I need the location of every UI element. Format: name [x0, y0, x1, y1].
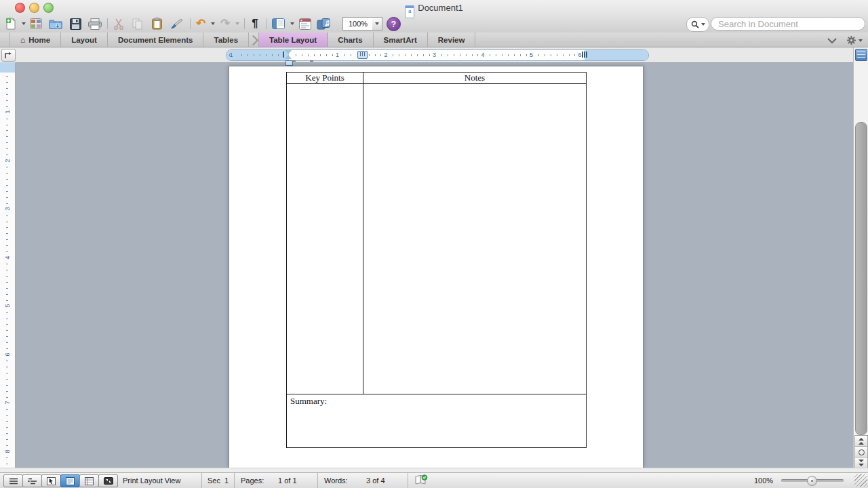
right-margin-marker[interactable] — [586, 52, 587, 58]
ruler-number: 4 — [479, 52, 487, 58]
status-separator — [408, 473, 408, 488]
ruler-toggle-button[interactable] — [855, 49, 867, 61]
first-line-indent-marker[interactable] — [285, 50, 292, 54]
draft-view-button[interactable] — [3, 474, 23, 487]
ruler-tick — [6, 119, 8, 119]
tab-label: Home — [28, 36, 50, 44]
ruler-tick — [6, 361, 8, 361]
ruler-tick — [6, 312, 8, 313]
toolbar-separator — [107, 18, 108, 29]
ruler-tick — [6, 433, 8, 434]
section-value[interactable]: 1 — [224, 476, 229, 485]
key-points-header-cell[interactable]: Key Points — [287, 73, 363, 83]
right-margin-marker[interactable] — [584, 52, 585, 58]
right-margin-marker[interactable] — [582, 52, 583, 58]
key-points-cell[interactable] — [287, 84, 363, 394]
new-document-dropdown[interactable] — [19, 16, 26, 31]
ruler-tick — [278, 54, 279, 56]
tab-stop-mark[interactable] — [310, 60, 313, 62]
zoom-slider-thumb[interactable] — [807, 476, 817, 486]
save-button[interactable] — [67, 16, 83, 31]
cut-button[interactable] — [111, 16, 126, 31]
tab-layout[interactable]: Layout — [61, 33, 108, 47]
undo-dropdown[interactable] — [208, 16, 215, 31]
open-button[interactable] — [47, 16, 64, 31]
key-points-label: Key Points — [305, 73, 344, 83]
ruler-tick — [6, 439, 8, 440]
window-resize-grip[interactable] — [854, 474, 867, 487]
document-page[interactable]: Key Points Notes Summary: — [229, 66, 644, 468]
ruler-number: 8 — [4, 447, 11, 456]
copy-button[interactable] — [130, 16, 145, 31]
ruler-tick — [545, 54, 545, 56]
words-value[interactable]: 3 of 4 — [366, 476, 385, 485]
spelling-status-button[interactable] — [414, 474, 428, 485]
ruler-tick — [6, 379, 8, 380]
notes-cell[interactable] — [363, 84, 586, 394]
focus-view-button[interactable] — [98, 474, 118, 487]
tab-label: Charts — [338, 36, 362, 44]
tab-document-elements[interactable]: Document Elements — [108, 33, 204, 47]
show-gallery-button[interactable] — [28, 16, 43, 31]
vertical-ruler: 12345678 — [0, 62, 16, 468]
ruler-tick — [6, 94, 8, 95]
new-document-button[interactable] — [3, 16, 18, 31]
zoom-dropdown[interactable] — [372, 17, 382, 30]
undo-button[interactable]: ↶ — [194, 16, 208, 31]
ruler-tick — [563, 54, 564, 56]
zoom-value-box[interactable]: 100% — [342, 17, 374, 30]
notebook-layout-view-button[interactable] — [79, 474, 99, 487]
section-label[interactable]: Sec — [208, 476, 220, 485]
home-icon: ⌂ — [20, 35, 25, 45]
vertical-scrollbar-thumb[interactable] — [855, 122, 867, 435]
publishing-layout-view-button[interactable] — [41, 474, 61, 487]
ruler-tick — [6, 367, 8, 367]
ruler-tick — [6, 173, 8, 174]
table-edge-marker[interactable] — [283, 52, 284, 58]
tab-table-layout[interactable]: Table Layout — [259, 33, 328, 47]
collapse-ribbon-button[interactable] — [827, 38, 837, 43]
tab-home[interactable]: ⌂Home — [9, 33, 61, 47]
toolbox-button[interactable] — [297, 16, 313, 31]
tab-tables[interactable]: Tables — [203, 33, 249, 47]
summary-cell[interactable]: Summary: — [287, 394, 586, 447]
ruler-tick — [496, 54, 496, 56]
print-button[interactable] — [87, 16, 103, 31]
tab-charts[interactable]: Charts — [328, 33, 373, 47]
ruler-tick — [6, 276, 8, 277]
ruler-tick — [6, 239, 8, 240]
format-painter-button[interactable] — [168, 16, 184, 31]
print-layout-view-button[interactable] — [60, 474, 80, 487]
toolbar-separator — [244, 18, 245, 29]
pages-label[interactable]: Pages: — [241, 476, 264, 485]
ruler-tick — [6, 330, 8, 331]
toolbar-separator — [190, 18, 191, 29]
ribbon-settings-button[interactable] — [846, 35, 863, 45]
sidebar-dropdown[interactable] — [288, 16, 294, 31]
table-column-marker[interactable] — [357, 51, 368, 59]
outline-view-button[interactable] — [22, 474, 42, 487]
show-formatting-marks-button[interactable]: ¶ — [248, 16, 262, 31]
ruler-tick — [6, 76, 8, 77]
search-input[interactable] — [711, 17, 865, 30]
tab-smartart[interactable]: SmartArt — [374, 33, 428, 47]
search-scope-button[interactable] — [686, 17, 709, 32]
chevron-down-icon — [375, 22, 379, 25]
media-browser-button[interactable] — [315, 16, 332, 31]
ruler-tick — [460, 54, 460, 56]
hanging-indent-marker[interactable] — [285, 55, 292, 59]
ruler-tick — [429, 54, 430, 56]
ruler-tick — [6, 125, 8, 125]
notes-header-cell[interactable]: Notes — [363, 73, 586, 83]
tab-review[interactable]: Review — [428, 33, 476, 47]
pages-value[interactable]: 1 of 1 — [278, 476, 297, 485]
help-button[interactable]: ? — [387, 17, 401, 31]
ruler-number: 5 — [528, 52, 536, 58]
redo-button[interactable]: ↷ — [218, 16, 232, 31]
redo-dropdown[interactable] — [233, 16, 239, 31]
paste-button[interactable] — [149, 16, 164, 31]
tab-stop-selector[interactable] — [1, 49, 16, 62]
tab-stop-mark[interactable] — [292, 60, 296, 62]
words-label[interactable]: Words: — [324, 476, 348, 485]
sidebar-button[interactable] — [270, 16, 286, 31]
